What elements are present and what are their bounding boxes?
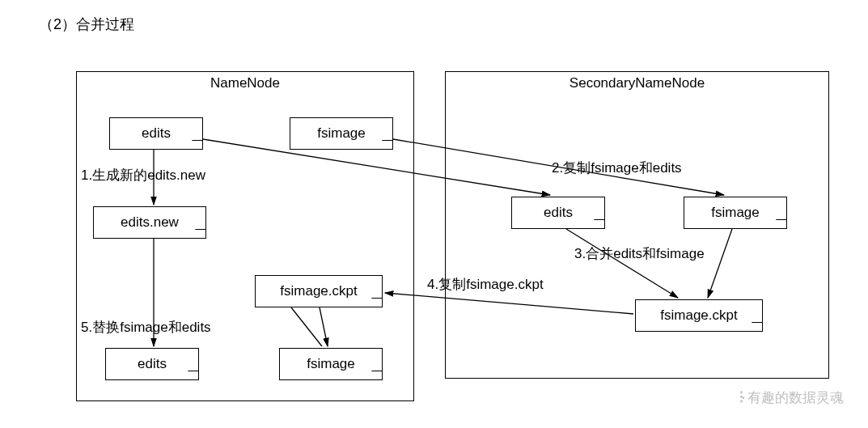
- snn-fsimage-ckpt: fsimage.ckpt: [635, 299, 763, 332]
- step5-label: 5.替换fsimage和edits: [81, 318, 211, 337]
- step3-label: 3.合并edits和fsimage: [574, 244, 705, 263]
- nn-fsimage-final: fsimage: [279, 348, 383, 380]
- snn-fsimage: fsimage: [684, 197, 787, 229]
- watermark-icon: ⁝·: [739, 387, 743, 408]
- step2-label: 2.复制fsimage和edits: [552, 159, 682, 177]
- nn-fsimage: fsimage: [290, 117, 393, 150]
- step4-label: 4.复制fsimage.ckpt: [427, 275, 544, 294]
- watermark: ⁝· 有趣的数据灵魂: [739, 387, 844, 408]
- nn-edits-new: edits.new: [93, 206, 206, 239]
- namenode-title: NameNode: [210, 70, 280, 96]
- step1-label: 1.生成新的edits.new: [81, 166, 205, 184]
- nn-edits-final: edits: [105, 348, 199, 380]
- snn-edits: edits: [511, 197, 605, 229]
- nn-edits: edits: [109, 117, 203, 150]
- page-title: （2）合并过程: [39, 15, 134, 34]
- nn-fsimage-ckpt: fsimage.ckpt: [255, 275, 383, 307]
- secondary-title: SecondaryNameNode: [569, 70, 705, 96]
- watermark-text: 有趣的数据灵魂: [747, 388, 844, 407]
